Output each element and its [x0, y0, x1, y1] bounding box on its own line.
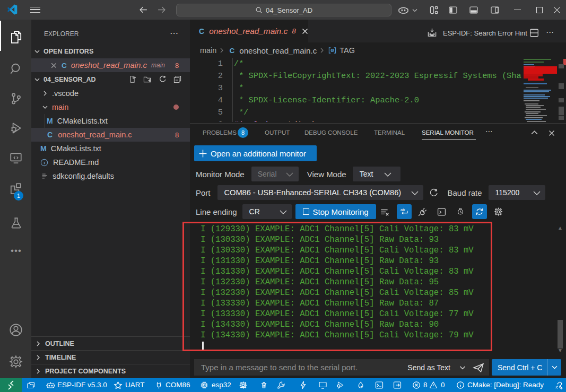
svg-text:ab: ab [400, 207, 405, 212]
